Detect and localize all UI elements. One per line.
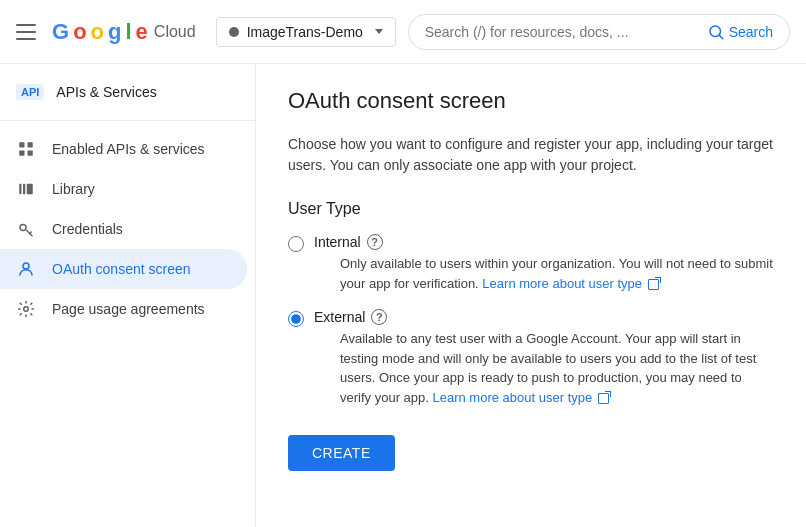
search-bar[interactable]: Search [408,14,790,50]
external-label[interactable]: External [314,309,365,325]
user-type-section-title: User Type [288,200,774,218]
layout: API APIs & Services Enabled APIs & servi… [0,64,806,527]
google-cloud-logo: Google Cloud [52,19,196,45]
menu-icon[interactable] [16,20,40,44]
svg-rect-5 [28,151,33,156]
sidebar-item-library[interactable]: Library [0,169,247,209]
sidebar-item-label: Credentials [52,221,123,237]
user-type-radio-group: Internal ? Only available to users withi… [288,234,774,407]
svg-rect-6 [19,184,21,195]
external-link-icon [648,279,659,290]
internal-help-icon[interactable]: ? [367,234,383,250]
internal-description: Only available to users within your orga… [314,254,774,293]
oauth-icon [16,259,36,279]
search-icon [707,23,725,41]
svg-point-11 [24,307,29,312]
project-name: ImageTrans-Demo [247,24,367,40]
project-selector[interactable]: ImageTrans-Demo [216,17,396,47]
internal-radio[interactable] [288,236,304,252]
external-learn-more-link[interactable]: Learn more about user type [433,390,609,405]
search-button[interactable]: Search [707,23,773,41]
search-label: Search [729,24,773,40]
svg-rect-2 [19,142,24,147]
sidebar: API APIs & Services Enabled APIs & servi… [0,64,256,527]
sidebar-item-label: Page usage agreements [52,301,205,317]
external-radio-option: External ? Available to any test user wi… [288,309,774,407]
api-badge: API [16,84,44,100]
sidebar-item-page-usage[interactable]: Page usage agreements [0,289,247,329]
key-icon [16,219,36,239]
sidebar-item-oauth-consent[interactable]: OAuth consent screen [0,249,247,289]
chevron-down-icon [375,29,383,34]
svg-rect-4 [19,151,24,156]
svg-rect-3 [28,142,33,147]
external-help-icon[interactable]: ? [371,309,387,325]
external-description: Available to any test user with a Google… [314,329,774,407]
sidebar-item-label: Library [52,181,95,197]
create-button[interactable]: CREATE [288,435,395,471]
library-icon [16,179,36,199]
search-input[interactable] [425,24,699,40]
svg-point-9 [20,225,26,231]
sidebar-item-label: Enabled APIs & services [52,141,205,157]
main-content: OAuth consent screen Choose how you want… [256,64,806,527]
sidebar-item-credentials[interactable]: Credentials [0,209,247,249]
page-description: Choose how you want to configure and reg… [288,134,774,176]
topbar: Google Cloud ImageTrans-Demo Search [0,0,806,64]
internal-radio-option: Internal ? Only available to users withi… [288,234,774,293]
external-link-icon [598,393,609,404]
sidebar-header: API APIs & Services [0,72,255,112]
svg-rect-8 [27,184,33,195]
settings-icon [16,299,36,319]
sidebar-title: APIs & Services [56,84,156,100]
cloud-text: Cloud [154,23,196,41]
sidebar-item-enabled-apis[interactable]: Enabled APIs & services [0,129,247,169]
external-radio[interactable] [288,311,304,327]
svg-line-1 [719,35,722,38]
internal-learn-more-link[interactable]: Learn more about user type [482,276,658,291]
sidebar-divider [0,120,255,121]
internal-label[interactable]: Internal [314,234,361,250]
svg-rect-7 [23,184,25,195]
project-dot-icon [229,27,239,37]
sidebar-item-label: OAuth consent screen [52,261,191,277]
grid-icon [16,139,36,159]
page-title: OAuth consent screen [288,88,774,114]
svg-point-10 [23,263,29,269]
